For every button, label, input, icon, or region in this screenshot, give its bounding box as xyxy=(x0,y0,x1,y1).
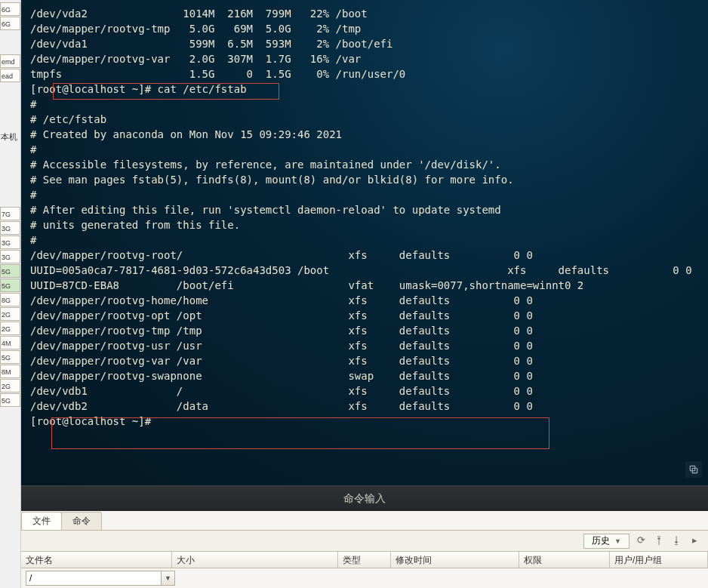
command-input-label: 命令输入 xyxy=(343,492,386,506)
command-input-bar[interactable]: 命令输入 xyxy=(21,485,708,511)
side-item[interactable]: 2G xyxy=(0,307,20,321)
fstab-comment: # /etc/fstab xyxy=(30,112,699,127)
side-item[interactable]: 5G xyxy=(0,350,20,364)
fstab-comment: # See man pages fstab(5), findfs(8), mou… xyxy=(30,172,699,187)
path-row: ▼ xyxy=(21,568,708,588)
column-header[interactable]: 文件名 xyxy=(21,552,172,568)
fstab-comment: # xyxy=(30,142,699,157)
side-item[interactable]: 8G xyxy=(0,293,20,306)
history-label: 历史 xyxy=(592,534,610,547)
prompt-cat: [root@localhost ~]# cat /etc/fstab xyxy=(30,82,699,97)
df-row: /dev/mapper/rootvg-var 2.0G 307M 1.7G 16… xyxy=(30,51,699,66)
fstab-row: /dev/mapper/rootvg-var /var xfs defaults… xyxy=(30,353,699,368)
download-icon[interactable]: ⭳ xyxy=(670,534,684,548)
history-dropdown[interactable]: 历史 ▼ xyxy=(583,534,630,549)
side-item[interactable]: 8M xyxy=(0,365,20,378)
side-item[interactable]: emd xyxy=(0,54,20,68)
df-row: /dev/vda2 1014M 216M 799M 22% /boot xyxy=(30,6,699,21)
side-item[interactable]: 3G xyxy=(0,221,20,235)
fstab-row: /dev/mapper/rootvg-swapnone swap default… xyxy=(30,368,699,383)
prompt: [root@localhost ~]# xyxy=(30,414,699,429)
side-item[interactable]: 4M xyxy=(0,336,20,349)
side-item[interactable]: 2G xyxy=(0,379,20,393)
path-input[interactable] xyxy=(26,571,162,586)
fstab-row: /dev/vdb2 /data xfs defaults 0 0 xyxy=(30,399,699,414)
left-local-label: 本机 xyxy=(0,128,20,146)
fstab-row: /dev/mapper/rootvg-opt /opt xfs defaults… xyxy=(30,308,699,323)
column-header[interactable]: 用户/用户组 xyxy=(610,552,708,568)
side-item[interactable]: ead xyxy=(0,69,20,82)
df-row: tmpfs 1.5G 0 1.5G 0% /run/user/0 xyxy=(30,66,699,82)
upload-icon[interactable]: ⭱ xyxy=(652,534,666,548)
refresh-icon[interactable]: ⟳ xyxy=(635,534,648,548)
fstab-comment: # Created by anaconda on Mon Nov 15 09:2… xyxy=(30,127,699,142)
tab-file[interactable]: 文件 xyxy=(21,512,62,530)
bottom-tabs: 文件 命令 xyxy=(21,511,708,531)
fstab-comment: # xyxy=(30,232,699,248)
terminal[interactable]: /dev/vda2 1014M 216M 799M 22% /boot/dev/… xyxy=(21,0,708,485)
side-item[interactable]: 6G xyxy=(0,17,20,30)
fstab-comment: # After editing this file, run 'systemct… xyxy=(30,202,699,217)
fstab-comment: # xyxy=(30,187,699,202)
fstab-row: UUID=87CD-EBA8 /boot/efi vfat umask=0077… xyxy=(30,278,699,293)
fstab-comment: # xyxy=(30,97,699,112)
side-item[interactable]: 2G xyxy=(0,322,20,335)
arrow-right-icon[interactable]: ▸ xyxy=(688,534,701,548)
tab-cmd[interactable]: 命令 xyxy=(61,512,102,530)
side-item[interactable]: 3G xyxy=(0,236,20,249)
file-toolbar: 历史 ▼ ⟳ ⭱ ⭳ ▸ xyxy=(21,531,708,552)
left-sidebar: 6G6G emdead 本机 7G3G3G3G5G5G8G2G2G4M5G8M2… xyxy=(0,0,21,588)
side-item[interactable]: 3G xyxy=(0,250,20,263)
chevron-down-icon: ▼ xyxy=(614,537,621,545)
df-row: /dev/mapper/rootvg-tmp 5.0G 69M 5.0G 2% … xyxy=(30,21,699,36)
side-item[interactable]: 5G xyxy=(0,393,20,407)
fstab-comment: # units generated from this file. xyxy=(30,217,699,232)
df-row: /dev/vda1 599M 6.5M 593M 2% /boot/efi xyxy=(30,36,699,51)
fstab-comment: # Accessible filesystems, by reference, … xyxy=(30,157,699,172)
copy-icon[interactable] xyxy=(685,461,702,478)
fstab-row: /dev/vdb1 / xfs defaults 0 0 xyxy=(30,383,699,399)
column-header[interactable]: 权限 xyxy=(519,552,610,568)
side-item[interactable]: 7G xyxy=(0,207,20,220)
column-header[interactable]: 大小 xyxy=(172,552,338,568)
side-item[interactable]: 6G xyxy=(0,2,20,16)
fstab-row: /dev/mapper/rootvg-home/home xfs default… xyxy=(30,293,699,308)
fstab-row: /dev/mapper/rootvg-usr /usr xfs defaults… xyxy=(30,338,699,353)
side-item[interactable]: 5G xyxy=(0,264,20,278)
column-header[interactable]: 修改时间 xyxy=(391,552,519,568)
column-header[interactable]: 类型 xyxy=(338,552,391,568)
file-list-header: 文件名大小类型修改时间权限用户/用户组 xyxy=(21,552,708,568)
path-go-button[interactable]: ▼ xyxy=(162,571,175,586)
side-item[interactable]: 5G xyxy=(0,279,20,292)
fstab-row: UUID=005a0ca7-7817-4681-9d03-572c6a43d50… xyxy=(30,263,699,278)
fstab-row: /dev/mapper/rootvg-tmp /tmp xfs defaults… xyxy=(30,323,699,338)
fstab-row: /dev/mapper/rootvg-root/ xfs defaults 0 … xyxy=(30,248,699,263)
